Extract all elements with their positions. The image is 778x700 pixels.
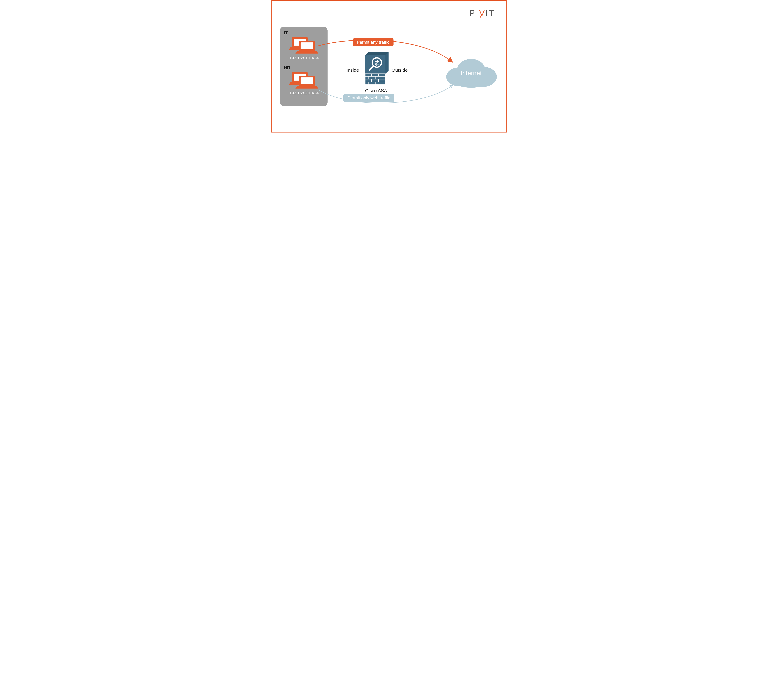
group-hr-subnet: 192.168.20.0/24 [284,91,324,95]
group-hr-label: HR [284,65,324,70]
laptops-icon [289,71,320,90]
svg-marker-5 [296,51,319,54]
logo-letters-iv: IV • [476,8,486,18]
internet-cloud: Internet [444,57,498,90]
firewall-icon [362,50,390,86]
interface-outside-label: Outside [392,67,408,73]
svg-rect-10 [301,77,313,84]
group-it: IT 192.168.10.0/24 [284,30,324,60]
group-hr: HR 192.168.20.0/24 [284,65,324,95]
firewall-device: Cisco ASA [362,50,390,93]
group-it-subnet: 192.168.10.0/24 [284,56,324,60]
logo-letters-it: IT [486,8,495,18]
svg-marker-13 [386,52,389,74]
svg-marker-12 [365,52,389,55]
diagram-frame: P IV • IT IT [271,0,507,133]
internal-networks-box: IT 192.168.10.0/24 [280,27,327,106]
rule-permit-any: Permit any traffic [353,38,394,46]
rule-permit-web: Permit only web traffic [344,94,394,102]
logo-letter-p: P [469,8,476,18]
group-it-label: IT [284,30,324,35]
laptops-icon [289,36,320,55]
brand-logo: P IV • IT [469,8,495,18]
interface-inside-label: Inside [347,67,359,73]
svg-marker-11 [296,86,319,88]
firewall-label: Cisco ASA [362,88,390,93]
internet-label: Internet [444,70,498,77]
logo-dot-icon: • [479,14,482,20]
svg-rect-4 [301,42,313,49]
